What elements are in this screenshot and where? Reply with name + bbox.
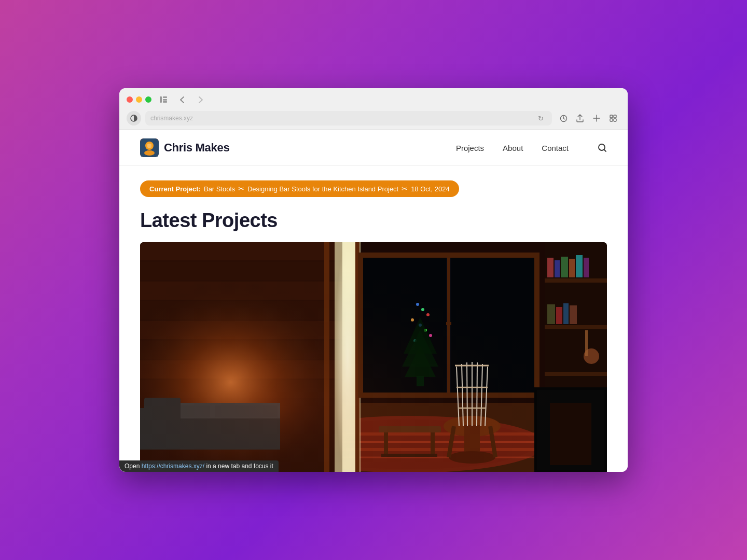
section-title: Latest Projects	[140, 209, 607, 232]
svg-point-12	[144, 150, 155, 156]
nav-contact[interactable]: Contact	[542, 144, 569, 152]
banner-date: 18 Oct, 2024	[411, 185, 449, 193]
browser-window: chrismakes.xyz ↻	[119, 88, 628, 472]
banner-description: Designing Bar Stools for the Kitchen Isl…	[247, 185, 398, 193]
browser-actions	[556, 111, 620, 125]
address-bar[interactable]: chrismakes.xyz ↻	[145, 111, 552, 125]
logo-icon	[140, 138, 159, 157]
svg-rect-3	[163, 101, 167, 103]
banner-project-name: Bar Stools	[204, 185, 235, 193]
status-suffix: in a new tab and focus it	[204, 463, 273, 470]
back-button[interactable]	[175, 93, 189, 106]
new-tab-button[interactable]	[589, 111, 604, 125]
close-button[interactable]	[127, 96, 133, 103]
maximize-button[interactable]	[145, 96, 151, 103]
site-nav: Projects About Contact	[456, 143, 607, 152]
browser-status-bar: Open https://chrismakes.xyz/ in a new ta…	[119, 460, 279, 472]
browser-titlebar	[119, 88, 628, 111]
forward-button[interactable]	[194, 93, 208, 106]
project-image[interactable]	[140, 242, 607, 472]
share-button[interactable]	[573, 111, 587, 125]
svg-rect-6	[610, 115, 613, 118]
history-button[interactable]	[556, 111, 571, 125]
svg-rect-0	[160, 96, 162, 103]
site-header: Chris Makes Projects About Contact	[119, 130, 628, 166]
status-url: https://chrismakes.xyz/	[142, 463, 204, 470]
browser-chrome: chrismakes.xyz ↻	[119, 88, 628, 130]
svg-rect-8	[610, 119, 613, 121]
svg-rect-9	[614, 119, 616, 121]
website-content: Chris Makes Projects About Contact Curre…	[119, 130, 628, 472]
svg-rect-99	[140, 242, 607, 472]
traffic-lights	[127, 96, 151, 103]
svg-rect-2	[163, 99, 167, 101]
reload-button[interactable]: ↻	[535, 114, 547, 123]
tabs-overview-button[interactable]	[606, 111, 620, 125]
svg-point-14	[599, 144, 605, 150]
svg-rect-1	[163, 96, 167, 98]
address-bar-row: chrismakes.xyz ↻	[119, 111, 628, 130]
site-name: Chris Makes	[164, 141, 229, 155]
nav-about[interactable]: About	[503, 144, 523, 152]
status-prefix: Open	[125, 463, 142, 470]
site-main: Current Project: Bar Stools ✂ Designing …	[119, 166, 628, 472]
minimize-button[interactable]	[136, 96, 142, 103]
svg-rect-13	[147, 144, 151, 148]
banner-emoji-2: ✂	[402, 185, 408, 193]
sidebar-toggle-button[interactable]	[157, 93, 170, 106]
site-logo[interactable]: Chris Makes	[140, 138, 229, 157]
url-display: chrismakes.xyz	[150, 115, 193, 122]
banner-label: Current Project:	[149, 185, 201, 193]
nav-projects[interactable]: Projects	[456, 144, 484, 152]
current-project-banner[interactable]: Current Project: Bar Stools ✂ Designing …	[140, 180, 459, 197]
svg-rect-7	[614, 115, 616, 118]
contrast-button[interactable]	[127, 111, 141, 125]
banner-emoji-1: ✂	[238, 185, 244, 193]
search-button[interactable]	[598, 143, 607, 152]
